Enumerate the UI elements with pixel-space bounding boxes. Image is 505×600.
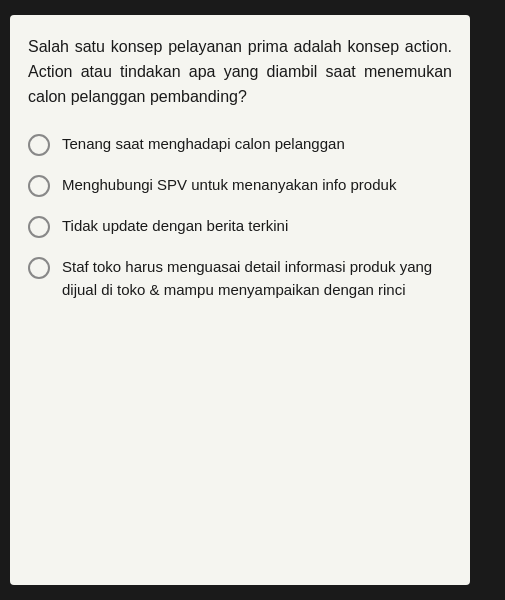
quiz-card: Salah satu konsep pelayanan prima adalah… [10,15,470,585]
radio-circle-d[interactable] [28,257,50,279]
option-item-b[interactable]: Menghubungi SPV untuk menanyakan info pr… [28,174,452,197]
option-item-a[interactable]: Tenang saat menghadapi calon pelanggan [28,133,452,156]
radio-circle-c[interactable] [28,216,50,238]
radio-circle-a[interactable] [28,134,50,156]
radio-circle-b[interactable] [28,175,50,197]
options-list: Tenang saat menghadapi calon pelangganMe… [28,133,452,301]
option-label-d: Staf toko harus menguasai detail informa… [62,256,452,301]
option-item-d[interactable]: Staf toko harus menguasai detail informa… [28,256,452,301]
option-label-b: Menghubungi SPV untuk menanyakan info pr… [62,174,396,197]
option-item-c[interactable]: Tidak update dengan berita terkini [28,215,452,238]
question-text: Salah satu konsep pelayanan prima adalah… [28,35,452,109]
option-label-a: Tenang saat menghadapi calon pelanggan [62,133,345,156]
option-label-c: Tidak update dengan berita terkini [62,215,288,238]
